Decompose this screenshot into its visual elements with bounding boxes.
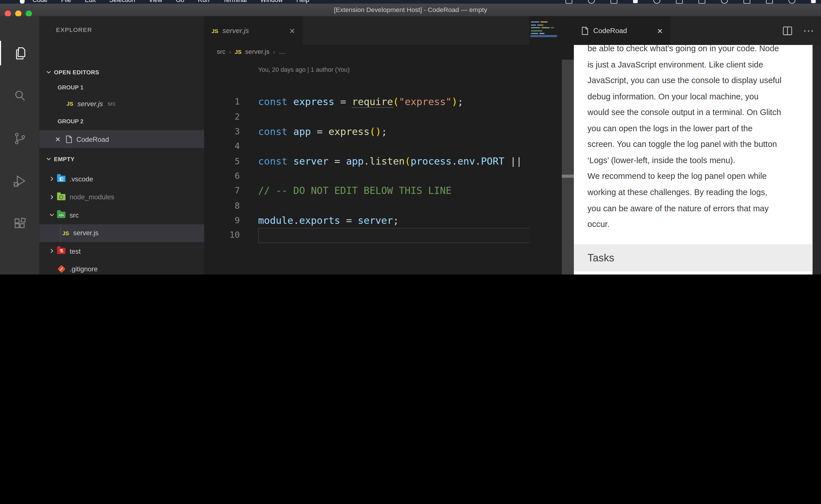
split-editor-icon[interactable]: [783, 26, 792, 35]
editor-tab-bar: JS server.js ✕ ···: [204, 16, 561, 45]
panel-scrollbar-track[interactable]: [562, 60, 574, 274]
control-center-icon[interactable]: [721, 0, 728, 4]
section-header-open-editors[interactable]: OPEN EDITORS: [39, 64, 204, 80]
code-line-2[interactable]: 2: [204, 109, 529, 124]
minimap-line: [531, 33, 544, 34]
tutorial-text-line: debug information. On your local machine…: [587, 89, 807, 105]
tutorial-text-line: you can be aware of the nature of errors…: [587, 200, 807, 216]
line-number: 3: [204, 126, 240, 136]
tutorial-text-line: be able to check what's going on in your…: [587, 45, 807, 57]
section-header-empty[interactable]: EMPTY: [39, 148, 204, 170]
editor-group-1: JS server.js ✕ ··· src›JSserver.js›… You…: [204, 16, 561, 274]
code-line-8[interactable]: 8: [204, 198, 529, 213]
minimap-line: [531, 24, 543, 25]
titlebar[interactable]: [Extension Development Host] - CodeRoad …: [0, 4, 821, 17]
code-line-5[interactable]: 5const server = app.listen(process.env.P…: [204, 154, 529, 169]
moon-icon[interactable]: [610, 0, 618, 4]
search-icon[interactable]: [766, 0, 773, 4]
shield-icon[interactable]: [588, 0, 595, 4]
code-line-9[interactable]: 9module.exports = server;: [204, 213, 529, 228]
breadcrumb-item[interactable]: src: [217, 48, 226, 56]
code-editor[interactable]: 1const express = require("express");23co…: [204, 78, 529, 274]
test-icon: ⚗: [57, 248, 65, 254]
extensions-icon: [13, 217, 26, 231]
line-number: 1: [204, 97, 240, 107]
tree-item-node-modules[interactable]: ⬡node_modules: [39, 188, 204, 206]
tutorial-text-line: you can open the logs in the lower part …: [587, 121, 807, 137]
menu-edit[interactable]: Edit: [85, 0, 96, 4]
tutorial-text-line: working at these challenges. By reading …: [587, 185, 807, 200]
menu-selection[interactable]: Selection: [109, 0, 135, 4]
code-line-6[interactable]: 6: [204, 169, 529, 183]
gitlens-annotation[interactable]: You, 20 days ago | 1 author (You): [258, 66, 350, 73]
activity-source-control[interactable]: [0, 126, 39, 150]
minimap-line: [531, 27, 554, 28]
minimap[interactable]: [529, 16, 562, 274]
clock-icon[interactable]: [744, 0, 750, 4]
play-icon[interactable]: [633, 0, 638, 3]
location-icon[interactable]: [654, 0, 660, 4]
switcher-icon[interactable]: [811, 0, 816, 3]
tree-item-server-js[interactable]: JSserver.js: [39, 224, 204, 242]
open-editor-item-coderoad[interactable]: ✕CodeRoad: [39, 130, 204, 148]
sidebar-title: EXPLORER: [56, 27, 92, 33]
menu-terminal[interactable]: Terminal: [223, 0, 247, 4]
line-content: const app = express();: [258, 126, 387, 137]
activity-extensions[interactable]: [0, 212, 39, 236]
menu-run[interactable]: Run: [198, 0, 209, 4]
tab-server-js[interactable]: JS server.js ✕: [204, 16, 303, 45]
menu-go[interactable]: Go: [176, 0, 184, 4]
tree-item--vscode[interactable]: ◧.vscode: [39, 170, 204, 188]
display-icon[interactable]: [565, 0, 572, 4]
close-editor-icon[interactable]: ✕: [55, 135, 61, 143]
chevron-right-icon: [48, 193, 56, 201]
panel-scrollbar-thumb[interactable]: [562, 175, 574, 178]
breadcrumb[interactable]: src›JSserver.js›…: [217, 45, 285, 59]
section-label: EMPTY: [54, 156, 74, 162]
menu-file[interactable]: File: [61, 0, 71, 4]
code-line-4[interactable]: 4: [204, 139, 529, 154]
js-icon: JS: [66, 101, 73, 107]
item-label: node_modules: [70, 193, 114, 201]
minimap-line: [531, 30, 542, 31]
close-tab-icon[interactable]: ✕: [657, 26, 663, 35]
webview-scrollbar-thumb[interactable]: [813, 45, 821, 274]
breadcrumb-separator-icon: ›: [273, 49, 275, 55]
menu-view[interactable]: View: [149, 0, 162, 4]
tree-item-test[interactable]: ⚗test: [39, 242, 204, 260]
tree-item--gitignore[interactable]: .gitignore: [39, 260, 204, 274]
code-line-1[interactable]: 1const express = require("express");: [204, 94, 529, 109]
menu-help[interactable]: Help: [297, 0, 309, 4]
indent-guide: [60, 224, 61, 242]
activity-explorer[interactable]: [0, 41, 40, 65]
activity-search[interactable]: [0, 83, 39, 108]
group-divider: [562, 45, 574, 60]
tab-coderoad[interactable]: CodeRoad ✕: [574, 16, 670, 45]
code-line-3[interactable]: 3const app = express();: [204, 124, 529, 139]
more-actions-icon[interactable]: ···: [804, 26, 815, 35]
tasks-title: Tasks: [587, 252, 614, 264]
code-line-10[interactable]: 10: [204, 228, 529, 243]
close-tab-icon[interactable]: ✕: [289, 26, 295, 35]
activity-run-debug[interactable]: [0, 169, 39, 193]
breadcrumb-item[interactable]: server.js: [245, 48, 270, 56]
chevron-down-icon: [48, 211, 56, 219]
tab-label: server.js: [223, 27, 249, 35]
tutorial-text-line: is just a JavaScript environment. Like c…: [587, 57, 807, 73]
menu-code[interactable]: Code: [32, 0, 48, 4]
line-number: 6: [204, 171, 240, 181]
git-icon: [57, 265, 65, 273]
siri-icon[interactable]: [789, 0, 795, 4]
line-content: const express = require("express");: [258, 96, 463, 107]
menu-window[interactable]: Window: [260, 0, 283, 4]
wifi-icon[interactable]: [699, 0, 705, 4]
tree-item-src[interactable]: </>src: [39, 206, 204, 224]
battery-icon[interactable]: [676, 0, 683, 4]
explorer-sidebar: EXPLORER OPEN EDITORSGROUP 1JSserver.jss…: [39, 16, 204, 274]
breadcrumb-item[interactable]: …: [279, 48, 285, 56]
tutorial-text-line: would see the console output in a termin…: [587, 105, 807, 121]
item-label: CodeRoad: [76, 135, 109, 143]
line-number: 10: [204, 230, 240, 240]
open-editor-item-server-js[interactable]: JSserver.jssrc: [39, 95, 204, 112]
code-line-7[interactable]: 7// -- DO NOT EDIT BELOW THIS LINE: [204, 183, 529, 198]
